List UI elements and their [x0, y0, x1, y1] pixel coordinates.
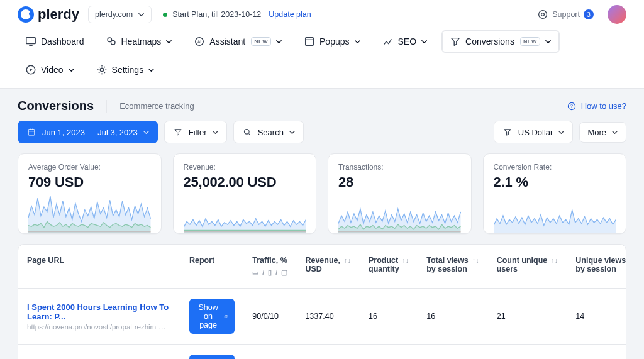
- cell-traffic: 90/0/10: [243, 289, 296, 345]
- nav-seo[interactable]: SEO: [375, 31, 436, 52]
- page-content: Conversions Ecommerce tracking ? How to …: [0, 89, 644, 359]
- cell-unique-users: 21: [488, 289, 567, 345]
- metric-label: Conversion Rate:: [494, 163, 616, 172]
- desktop-icon: ▭: [252, 268, 258, 277]
- metric-card-cr: Conversion Rate: 2.1 %: [483, 153, 627, 234]
- nav-dashboard[interactable]: Dashboard: [18, 31, 92, 52]
- new-badge: NEW: [520, 37, 540, 46]
- metric-value: 709 USD: [28, 174, 151, 191]
- cell-total-views: 16: [418, 345, 487, 360]
- col-unique-users[interactable]: Count unique↑↓ users: [488, 245, 567, 289]
- sort-icon: ↑↓: [402, 257, 409, 264]
- currency-button[interactable]: US Dollar: [494, 121, 574, 143]
- play-icon: [25, 64, 36, 75]
- table-row: I Spent 2000 Hours Learning How To Learn…: [18, 289, 626, 345]
- support-button[interactable]: Support 3: [537, 9, 594, 20]
- metrics-row: Average Order Value: 709 USD Revenue: 25…: [18, 153, 626, 234]
- support-badge: 3: [584, 9, 594, 19]
- chevron-down-icon: [558, 129, 565, 136]
- nav-assistant[interactable]: AI Assistant NEW: [186, 31, 290, 52]
- chevron-down-icon: [289, 129, 296, 136]
- funnel-icon: [502, 126, 513, 138]
- data-table: Page URL Report Traffic, % ▭/▯/▢ Revenue…: [18, 244, 626, 359]
- cell-unique-views: 14: [567, 289, 626, 345]
- svg-text:?: ?: [570, 104, 573, 108]
- table-row: I Spent 2000 Hours Learning How To Learn…: [18, 345, 626, 360]
- page-title: Conversions: [18, 99, 94, 113]
- col-traffic[interactable]: Traffic, % ▭/▯/▢: [243, 245, 296, 289]
- nav-video[interactable]: Video: [18, 59, 82, 80]
- question-icon: ?: [566, 101, 577, 112]
- search-button[interactable]: Search: [233, 121, 304, 143]
- ai-icon: AI: [194, 36, 205, 47]
- seo-icon: [382, 36, 394, 47]
- sort-icon: ↑↓: [344, 257, 351, 264]
- toolbar: Jun 1, 2023 — Jul 3, 2023 Filter Search …: [18, 121, 626, 143]
- popup-icon: [304, 36, 315, 47]
- external-link-icon: [224, 312, 228, 321]
- cell-unique-views: 14: [567, 345, 626, 360]
- svg-rect-7: [306, 38, 314, 46]
- page-subtitle: Ecommerce tracking: [119, 101, 194, 111]
- sparkline: [28, 194, 151, 233]
- cell-revenue: 1337.40: [296, 345, 360, 360]
- metric-label: Revenue:: [184, 163, 306, 172]
- sparkline: [494, 194, 616, 233]
- nav-heatmaps[interactable]: Heatmaps: [98, 31, 180, 52]
- brand-text: plerdy: [38, 6, 79, 23]
- page-url-text: https://novena.pro/novosti/propal-rezhim…: [27, 323, 172, 331]
- user-avatar[interactable]: [608, 5, 626, 24]
- col-total-views[interactable]: Total views↑↓ by session: [418, 245, 487, 289]
- nav-popups[interactable]: Popups: [296, 31, 368, 52]
- svg-point-1: [541, 13, 545, 16]
- sparkline: [184, 194, 306, 233]
- col-page-url[interactable]: Page URL: [18, 245, 180, 289]
- site-selector-label: plerdy.com: [95, 10, 133, 19]
- chevron-down-icon: [421, 38, 428, 45]
- site-selector[interactable]: plerdy.com: [88, 6, 152, 23]
- svg-point-0: [539, 11, 547, 19]
- col-report: Report: [180, 245, 243, 289]
- sparkline: [338, 194, 461, 233]
- col-unique-views[interactable]: Unique views↑↓ by session: [567, 245, 626, 289]
- col-revenue[interactable]: Revenue,↑↓ USD: [296, 245, 360, 289]
- svg-point-13: [244, 129, 249, 134]
- plan-info: Start Plan, till 2023-10-12 Update plan: [163, 10, 311, 19]
- cell-unique-users: 21: [488, 345, 567, 360]
- how-to-use-link[interactable]: ? How to use?: [566, 101, 626, 112]
- tablet-icon: ▯: [268, 268, 272, 277]
- show-on-page-button[interactable]: Show on page: [189, 355, 235, 359]
- nav-settings[interactable]: Settings: [89, 59, 163, 80]
- chevron-down-icon: [354, 38, 361, 45]
- divider: [106, 100, 107, 113]
- metric-label: Transactions:: [338, 163, 461, 172]
- top-bar: plerdy plerdy.com Start Plan, till 2023-…: [0, 0, 644, 26]
- status-dot-icon: [163, 13, 167, 17]
- sort-icon: ↑↓: [472, 257, 479, 264]
- chevron-down-icon: [138, 11, 145, 18]
- date-range-button[interactable]: Jun 1, 2023 — Jul 3, 2023: [18, 121, 158, 143]
- nav-conversions[interactable]: Conversions NEW: [441, 30, 560, 53]
- support-label: Support: [552, 10, 580, 19]
- chevron-down-icon: [545, 38, 552, 45]
- metric-card-transactions: Transactions: 28: [328, 153, 472, 234]
- support-icon: [537, 9, 548, 20]
- funnel-icon: [172, 126, 184, 138]
- heatmap-icon: [106, 36, 117, 47]
- monitor-icon: [25, 36, 36, 47]
- col-quantity[interactable]: Product↑↓ quantity: [360, 245, 418, 289]
- funnel-icon: [450, 36, 461, 47]
- metric-value: 28: [338, 174, 461, 191]
- update-plan-link[interactable]: Update plan: [269, 10, 311, 19]
- cell-total-views: 16: [418, 289, 487, 345]
- show-on-page-button[interactable]: Show on page: [189, 299, 235, 334]
- more-button[interactable]: More: [579, 122, 626, 143]
- metric-value: 25,002.00 USD: [184, 174, 306, 191]
- page-url-link[interactable]: I Spent 2000 Hours Learning How To Learn…: [27, 302, 169, 321]
- chevron-down-icon: [611, 129, 618, 136]
- chevron-down-icon: [143, 129, 150, 136]
- brand-logo[interactable]: plerdy: [18, 6, 79, 23]
- search-icon: [242, 126, 253, 138]
- metric-card-revenue: Revenue: 25,002.00 USD: [173, 153, 317, 234]
- filter-button[interactable]: Filter: [164, 121, 227, 143]
